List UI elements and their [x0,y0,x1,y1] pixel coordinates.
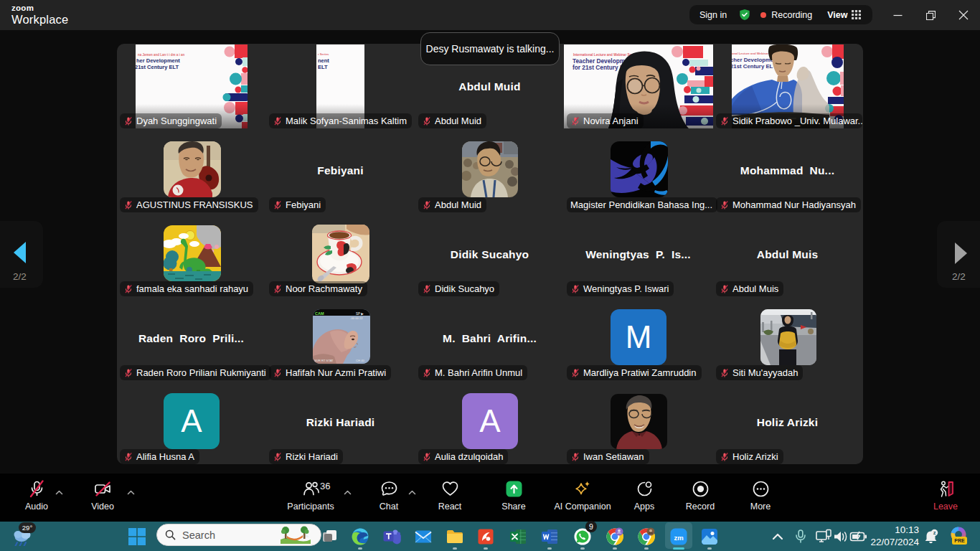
svg-text:SUR RT STAT: SUR RT STAT [314,359,334,362]
svg-text:CH 40: CH 40 [356,359,365,362]
svg-text:z: z [933,529,936,536]
svg-text:onal Lecture and Webinar: onal Lecture and Webinar [732,52,768,55]
svg-text:nent: nent [318,57,329,64]
svg-text:ELT: ELT [318,64,328,70]
svg-text:CAM: CAM [315,311,324,316]
svg-text:r Series: r Series [318,52,329,56]
svg-text:SP ▶: SP ▶ [356,312,364,316]
svg-text:21st Century EL: 21st Century EL [732,63,773,70]
svg-text:-00 00 22: -00 00 22 [350,316,363,320]
svg-text:cher Developme: cher Developme [732,57,774,63]
svg-text:zm: zm [674,534,683,542]
svg-text:na Jemen and Lan t i dm a i an: na Jemen and Lan t i dm a i an [138,53,185,57]
svg-text:21st Century ELT: 21st Century ELT [136,64,179,70]
svg-text:her Development: her Development [136,57,180,64]
svg-text:International Lecture and Webi: International Lecture and Webinar Series [573,53,638,57]
